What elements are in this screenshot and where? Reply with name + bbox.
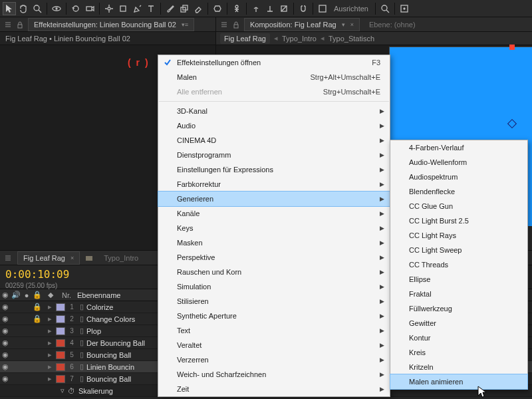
- menu-item[interactable]: Weich- und Scharfzeichnen▶: [158, 367, 390, 382]
- menu-item[interactable]: Malen animieren: [390, 374, 527, 389]
- camera-tool[interactable]: [83, 2, 96, 15]
- anchor-tool[interactable]: [102, 2, 116, 15]
- eye-column-icon[interactable]: ◉: [0, 289, 11, 301]
- visibility-toggle[interactable]: ◉: [0, 313, 11, 325]
- twirl-icon[interactable]: ▸: [45, 325, 55, 336]
- twirl-icon[interactable]: ▸: [45, 361, 55, 372]
- menu-item[interactable]: Gewitter: [390, 316, 527, 331]
- timeline-tab[interactable]: Fig Leaf Rag×: [17, 251, 80, 265]
- lock-toggle[interactable]: [32, 373, 43, 384]
- hand-tool[interactable]: [17, 2, 30, 15]
- puppet-tool[interactable]: [230, 2, 243, 15]
- pen-tool[interactable]: [130, 2, 144, 15]
- menu-item[interactable]: Dienstprogramm▶: [158, 148, 390, 162]
- lock-toggle[interactable]: [32, 349, 43, 360]
- menu-item[interactable]: Audiospektrum: [390, 170, 527, 184]
- menu-item[interactable]: Perspektive▶: [158, 250, 390, 265]
- snap-grid-icon[interactable]: [398, 2, 411, 15]
- breadcrumb-item[interactable]: Typo_Statisch: [329, 35, 374, 43]
- lock-icon[interactable]: [16, 21, 24, 29]
- align-checkbox[interactable]: [316, 2, 329, 15]
- menu-item[interactable]: Veraltet▶: [158, 338, 390, 352]
- menu-item[interactable]: Kritzeln: [390, 360, 527, 374]
- menu-item[interactable]: Farbkorrektur▶: [158, 177, 390, 192]
- timeline-tab[interactable]: Typo_Intro: [98, 251, 144, 265]
- label-color[interactable]: [56, 351, 65, 359]
- anchor-point-icon[interactable]: [507, 119, 517, 128]
- label-color[interactable]: [56, 315, 65, 323]
- visibility-toggle[interactable]: ◉: [0, 373, 11, 384]
- menu-item[interactable]: CC Threads: [390, 257, 527, 272]
- panel-menu-icon[interactable]: ▾≡: [182, 21, 188, 28]
- twirl-icon[interactable]: ▿: [59, 385, 66, 396]
- label-column-icon[interactable]: ◆: [43, 289, 59, 301]
- visibility-toggle[interactable]: ◉: [0, 349, 11, 360]
- menu-item[interactable]: Kanäle▶: [158, 206, 390, 221]
- panel-grip-icon[interactable]: [4, 21, 12, 29]
- menu-item[interactable]: Kontur: [390, 331, 527, 345]
- breadcrumb-item[interactable]: Typo_Intro: [282, 35, 317, 43]
- close-icon[interactable]: ×: [350, 21, 354, 28]
- comp-panel-tab[interactable]: Komposition: Fig Leaf Rag ▾ ×: [244, 18, 360, 31]
- audio-column-icon[interactable]: 🔊: [11, 289, 21, 301]
- twirl-icon[interactable]: ▸: [45, 301, 55, 313]
- menu-item[interactable]: Audio-Wellenform: [390, 155, 527, 170]
- zoom-tool[interactable]: [31, 2, 44, 15]
- menu-item[interactable]: Kreis: [390, 345, 527, 360]
- menu-item[interactable]: CC Glue Gun: [390, 199, 527, 213]
- lock-toggle[interactable]: [32, 337, 43, 348]
- menu-item[interactable]: Zeit▶: [158, 382, 390, 396]
- local-axis-icon[interactable]: [249, 2, 263, 15]
- menu-item[interactable]: CC Light Burst 2.5: [390, 213, 527, 228]
- menu-item[interactable]: Fraktal: [390, 287, 527, 301]
- panel-grip-icon[interactable]: [4, 254, 12, 262]
- menu-item[interactable]: CINEMA 4D▶: [158, 133, 390, 148]
- search-tool[interactable]: [378, 2, 392, 15]
- menu-item[interactable]: CC Light Sweep: [390, 243, 527, 257]
- label-color[interactable]: [56, 375, 65, 383]
- comp-panel-tab-inactive[interactable]: Ebene: (ohne): [364, 18, 421, 31]
- transform-handle[interactable]: [509, 45, 515, 50]
- menu-item[interactable]: Text▶: [158, 323, 390, 338]
- selection-tool[interactable]: [3, 2, 16, 15]
- lock-toggle[interactable]: 🔒: [32, 313, 43, 325]
- breadcrumb-item[interactable]: Fig Leaf Rag: [220, 33, 270, 44]
- menu-item[interactable]: 3D-Kanal▶: [158, 104, 390, 118]
- menu-item[interactable]: Ellipse: [390, 272, 527, 287]
- menu-item[interactable]: Rauschen und Korn▶: [158, 265, 390, 279]
- visibility-toggle[interactable]: ◉: [0, 361, 11, 372]
- menu-item[interactable]: Generieren▶: [158, 192, 390, 206]
- menu-item[interactable]: Simulation▶: [158, 279, 390, 294]
- label-color[interactable]: [56, 339, 65, 347]
- menu-item[interactable]: CC Light Rays: [390, 228, 527, 243]
- orbit-tool[interactable]: [50, 2, 63, 15]
- menu-item[interactable]: Keys▶: [158, 221, 390, 235]
- menu-item[interactable]: 4-Farben-Verlauf: [390, 140, 527, 155]
- twirl-icon[interactable]: ▸: [45, 337, 55, 348]
- effects-panel-tab[interactable]: Effekteinstellungen: Linien Bouncing Bal…: [28, 18, 194, 31]
- panel-grip-icon[interactable]: [220, 21, 228, 29]
- menu-item[interactable]: Blendenflecke: [390, 184, 527, 199]
- menu-item[interactable]: Audio▶: [158, 118, 390, 133]
- lock-toggle[interactable]: 🔒: [32, 301, 43, 313]
- timecode[interactable]: 0:00:10:09: [0, 267, 73, 282]
- visibility-toggle[interactable]: ◉: [0, 337, 11, 348]
- type-tool[interactable]: [144, 2, 158, 15]
- shape-tool[interactable]: [116, 2, 130, 15]
- twirl-icon[interactable]: ▸: [45, 313, 55, 325]
- menu-item[interactable]: Masken▶: [158, 235, 390, 250]
- snap-icon[interactable]: [297, 2, 310, 15]
- rotate-tool[interactable]: [69, 2, 82, 15]
- menu-item[interactable]: Stilisieren▶: [158, 294, 390, 309]
- menu-item[interactable]: MalenStrg+Alt+Umschalt+E: [158, 70, 390, 84]
- visibility-toggle[interactable]: ◉: [0, 301, 11, 313]
- menu-item[interactable]: Synthetic Aperture▶: [158, 309, 390, 323]
- visibility-toggle[interactable]: ◉: [0, 325, 11, 336]
- eraser-tool[interactable]: [192, 2, 205, 15]
- label-color[interactable]: [56, 303, 65, 311]
- menu-item[interactable]: Effekteinstellungen öffnenF3: [158, 55, 390, 70]
- lock-toggle[interactable]: [32, 325, 43, 336]
- lock-icon[interactable]: [232, 21, 240, 29]
- brush-tool[interactable]: [164, 2, 177, 15]
- world-axis-icon[interactable]: [263, 2, 277, 15]
